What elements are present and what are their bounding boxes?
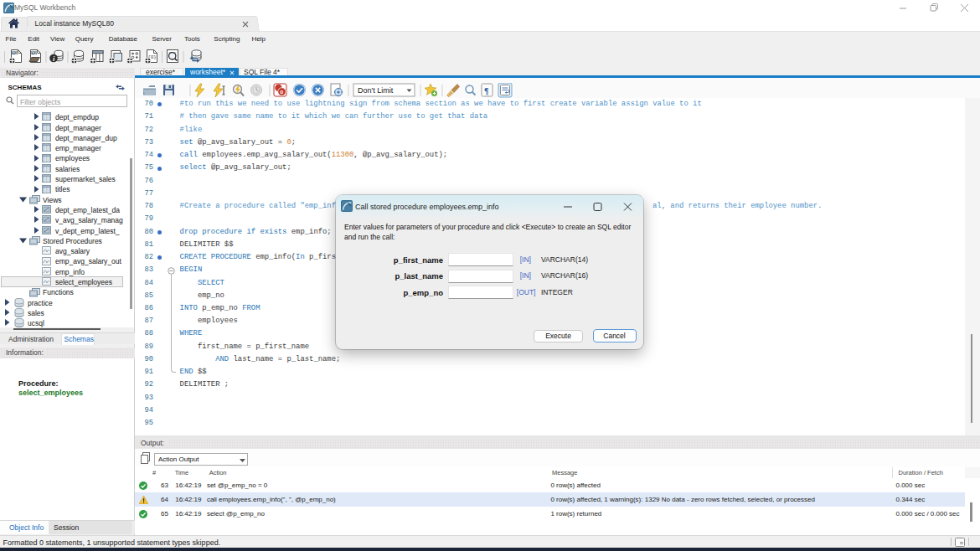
svg-text:SQL: SQL xyxy=(32,51,39,54)
svg-text:¶: ¶ xyxy=(484,86,488,95)
svg-text:Don't Limit: Don't Limit xyxy=(358,86,394,95)
svg-text:o: o xyxy=(280,89,283,95)
svg-text:SQL: SQL xyxy=(13,51,19,54)
